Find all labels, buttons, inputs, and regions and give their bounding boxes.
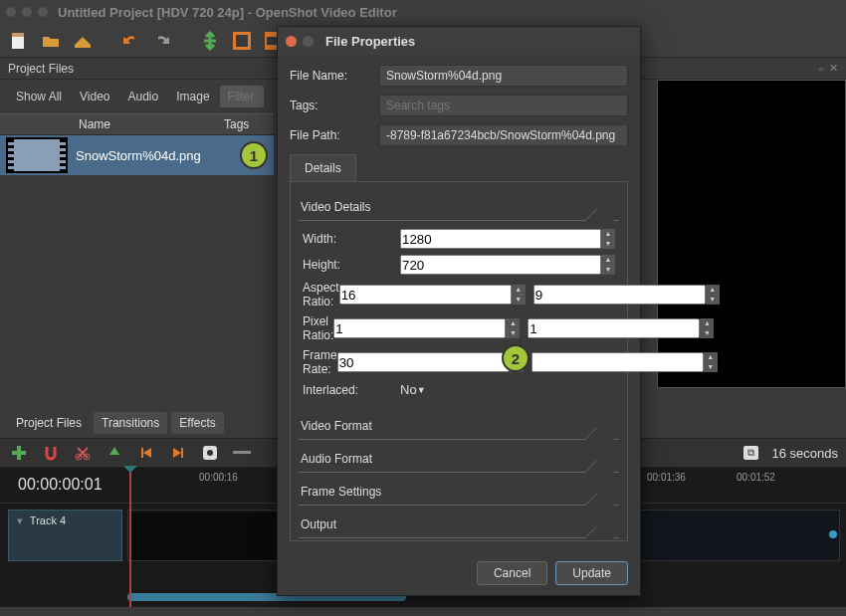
maximize-window-icon[interactable] (38, 7, 48, 17)
spin-down-icon[interactable]: ▼ (704, 362, 718, 372)
window-controls (6, 7, 48, 17)
fps-num-input[interactable] (337, 352, 510, 372)
spin-up-icon[interactable]: ▲ (601, 229, 615, 239)
playhead-timecode: 00:00:00:01 (18, 476, 103, 494)
redo-icon[interactable] (151, 30, 173, 52)
file-path-input[interactable] (379, 124, 628, 146)
prev-marker-icon[interactable] (135, 442, 157, 464)
snap-icon[interactable] (40, 442, 62, 464)
pixel-w-input[interactable] (333, 318, 506, 338)
window-title: Untitled Project [HDV 720 24p] - OpenSho… (58, 5, 397, 20)
spin-down-icon[interactable]: ▼ (506, 328, 520, 338)
tags-input[interactable] (379, 95, 628, 116)
file-properties-dialog: File Properties File Name: Tags: File Pa… (277, 26, 641, 596)
window-titlebar: Untitled Project [HDV 720 24p] - OpenSho… (0, 0, 846, 24)
filter-show-all[interactable]: Show All (8, 86, 70, 107)
clip-handle-icon[interactable] (829, 530, 837, 538)
fps-den-input[interactable] (531, 352, 704, 372)
import-files-icon[interactable] (199, 30, 221, 52)
spin-down-icon[interactable]: ▼ (706, 295, 720, 305)
project-files-label: Project Files (8, 62, 74, 76)
section-video-format[interactable]: Video Format (299, 413, 619, 440)
filter-input[interactable] (220, 86, 264, 107)
pixel-ratio-label: Pixel Ratio: (303, 314, 333, 342)
spin-up-icon[interactable]: ▲ (706, 285, 720, 295)
filter-audio[interactable]: Audio (120, 86, 167, 107)
spin-up-icon[interactable]: ▲ (506, 318, 520, 328)
tab-details[interactable]: Details (290, 154, 356, 181)
spin-down-icon[interactable]: ▼ (601, 265, 615, 275)
undo-icon[interactable] (119, 30, 141, 52)
spin-down-icon[interactable]: ▼ (700, 328, 714, 338)
next-marker-icon[interactable] (167, 442, 189, 464)
aspect-h-input[interactable] (533, 285, 706, 305)
dialog-title: File Properties (325, 34, 415, 49)
section-audio-format[interactable]: Audio Format (299, 446, 619, 473)
ruler-tick: 00:00:16 (199, 472, 238, 483)
dialog-close-icon[interactable] (286, 36, 297, 47)
update-button[interactable]: Update (555, 561, 628, 585)
file-path-label: File Path: (290, 128, 379, 142)
panel-close-icon[interactable]: ✕ (829, 62, 838, 75)
pixel-h-input[interactable] (528, 318, 700, 338)
section-output[interactable]: Output (299, 512, 619, 538)
zoom-seconds-icon: ⧉ (743, 446, 758, 460)
razor-icon[interactable] (72, 442, 94, 464)
profile-icon[interactable] (231, 30, 253, 52)
close-window-icon[interactable] (6, 7, 16, 17)
marker-icon[interactable] (104, 442, 125, 464)
spin-up-icon[interactable]: ▲ (700, 318, 714, 328)
save-project-icon[interactable] (72, 30, 94, 52)
panel-restore-icon[interactable]: ▫ (819, 63, 823, 75)
playhead[interactable] (129, 468, 131, 607)
aspect-w-input[interactable] (339, 285, 512, 305)
callout-badge-1: 1 (240, 141, 268, 169)
interlaced-label: Interlaced: (303, 383, 400, 397)
spin-down-icon[interactable]: ▼ (512, 295, 526, 305)
dialog-minimize-icon[interactable] (303, 36, 314, 47)
tab-transitions[interactable]: Transitions (94, 412, 167, 434)
spin-up-icon[interactable]: ▲ (601, 255, 615, 265)
zoom-slider-icon[interactable] (231, 442, 253, 464)
tab-project-files[interactable]: Project Files (8, 412, 90, 434)
filter-image[interactable]: Image (168, 86, 217, 107)
section-video-details[interactable]: Video Details (299, 194, 619, 221)
dialog-titlebar[interactable]: File Properties (278, 27, 640, 55)
spin-up-icon[interactable]: ▲ (512, 285, 526, 295)
callout-badge-2: 2 (502, 344, 529, 372)
frame-rate-label: Frame Rate: (303, 348, 337, 376)
chevron-down-icon: ▼ (417, 385, 426, 395)
svg-rect-1 (12, 33, 24, 37)
minimize-window-icon[interactable] (22, 7, 32, 17)
svg-rect-11 (233, 451, 251, 454)
zoom-seconds-label: 16 seconds (772, 446, 839, 461)
track-label: Track 4 (30, 514, 66, 526)
file-name-label: File Name: (290, 69, 379, 83)
new-project-icon[interactable] (8, 30, 30, 52)
file-row[interactable]: SnowStorm%04d.png 1 (0, 135, 274, 175)
filter-video[interactable]: Video (72, 86, 117, 107)
svg-rect-4 (236, 35, 248, 47)
height-label: Height: (303, 258, 400, 272)
video-preview[interactable] (657, 80, 846, 388)
interlaced-select[interactable]: No ▼ (400, 382, 426, 397)
section-frame-settings[interactable]: Frame Settings (299, 479, 619, 506)
column-name[interactable]: Name (75, 117, 224, 131)
project-files-panel: Show All Video Audio Image Name Tags Sno… (0, 80, 274, 408)
open-project-icon[interactable] (40, 30, 62, 52)
tab-effects[interactable]: Effects (171, 412, 223, 434)
width-input[interactable] (400, 229, 601, 249)
spin-down-icon[interactable]: ▼ (601, 239, 615, 249)
width-label: Width: (303, 232, 400, 246)
cancel-button[interactable]: Cancel (477, 561, 547, 585)
file-list-header: Name Tags (0, 113, 274, 135)
spin-up-icon[interactable]: ▲ (704, 352, 718, 362)
file-name-input[interactable] (379, 65, 628, 87)
column-tags[interactable]: Tags (224, 117, 274, 131)
center-playhead-icon[interactable] (199, 442, 221, 464)
add-track-icon[interactable] (8, 442, 30, 464)
track-header[interactable]: ▾ Track 4 (8, 510, 122, 561)
height-input[interactable] (400, 255, 601, 275)
chevron-down-icon[interactable]: ▾ (17, 514, 23, 526)
aspect-ratio-label: Aspect Ratio: (303, 281, 339, 308)
